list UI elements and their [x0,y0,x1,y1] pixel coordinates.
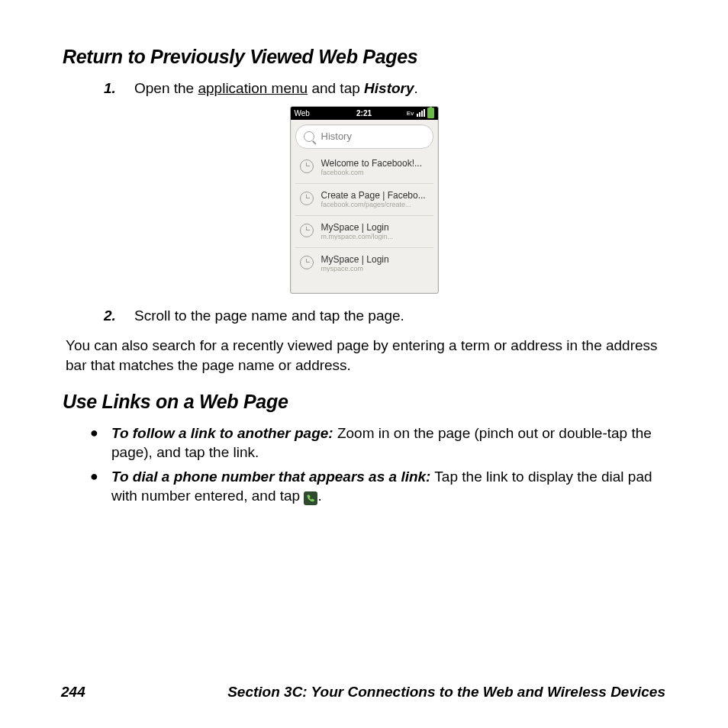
bullet-follow-link: ● To follow a link to another page: Zoom… [90,424,665,462]
history-url: facebook.com [321,169,430,176]
search-icon [304,131,314,142]
history-item[interactable]: Create a Page | Facebo... facebook.com/p… [295,184,433,216]
step-text: Open the application menu and tap Histor… [134,79,665,98]
bullet-text: To follow a link to another page: Zoom i… [111,424,665,462]
document-page: Return to Previously Viewed Web Pages 1.… [0,0,728,728]
step-text: Scroll to the page name and tap the page… [134,306,665,326]
body-paragraph: You can also search for a recently viewe… [66,336,662,375]
lead-in: To dial a phone number that appears as a… [111,469,430,485]
step-2: 2. Scroll to the page name and tap the p… [104,306,665,326]
clock-icon [300,159,314,173]
link-application-menu[interactable]: application menu [198,80,308,96]
history-title: MySpace | Login [321,254,430,265]
page-number: 244 [61,684,85,701]
history-url: facebook.com/pages/create... [321,201,430,208]
history-title: Create a Page | Facebo... [321,190,430,201]
bullet-icon: ● [90,424,104,462]
bullet-dial-number: ● To dial a phone number that appears as… [90,467,665,506]
phone-screenshot: Web 2:21 Ev History Welcome to Facebook!… [290,106,439,294]
clock-icon [300,256,314,269]
history-url: m.myspace.com/login... [321,233,430,240]
heading-return: Return to Previously Viewed Web Pages [63,46,665,68]
history-title: MySpace | Login [321,222,430,233]
history-url: myspace.com [321,265,430,272]
term-history: History [364,80,414,96]
history-item[interactable]: MySpace | Login myspace.com [295,248,433,279]
text: . [414,80,418,96]
text: and tap [308,80,364,96]
history-title: Welcome to Facebook!... [321,158,430,169]
step-number: 2. [104,306,121,326]
text: . [317,488,321,504]
search-placeholder: History [321,130,352,142]
history-item[interactable]: MySpace | Login m.myspace.com/login... [295,216,433,248]
page-footer: 244 Section 3C: Your Connections to the … [61,684,665,701]
history-list: Welcome to Facebook!... facebook.com Cre… [295,152,433,279]
section-label: Section 3C: Your Connections to the Web … [227,684,665,701]
battery-icon [427,108,434,118]
bullet-text: To dial a phone number that appears as a… [111,467,665,506]
clock-icon [300,224,314,237]
heading-use-links: Use Links on a Web Page [63,391,665,413]
step-1: 1. Open the application menu and tap His… [104,79,665,98]
bullet-icon: ● [90,467,104,506]
clock-icon [300,192,314,205]
history-search-field[interactable]: History [295,124,433,149]
phone-status-bar: Web 2:21 Ev [291,107,438,120]
step-number: 1. [104,79,121,98]
history-item[interactable]: Welcome to Facebook!... facebook.com [295,152,433,184]
clock: 2:21 [291,109,438,118]
text: Open the [134,80,198,96]
lead-in: To follow a link to another page: [111,425,333,441]
dial-icon [304,491,317,505]
